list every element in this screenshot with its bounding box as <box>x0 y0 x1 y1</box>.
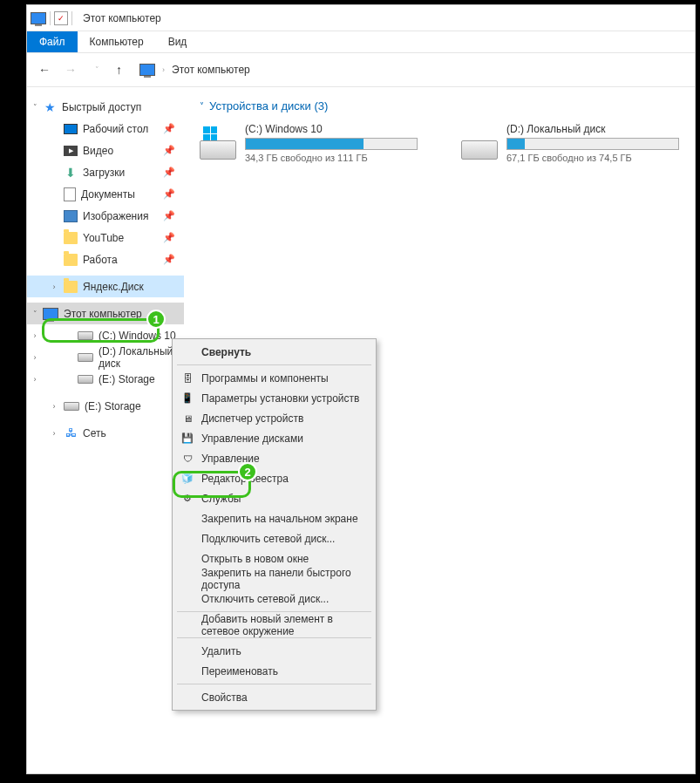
sidebar-item-drive-d[interactable]: › (D:) Локальный диск <box>27 346 184 368</box>
pin-icon: 📌 <box>163 167 175 178</box>
ctx-map-drive[interactable]: Подключить сетевой диск... <box>175 528 373 548</box>
sidebar-item-documents[interactable]: Документы 📌 <box>27 183 184 205</box>
gear-icon: ⚙ <box>180 492 194 506</box>
nav-recent-dropdown[interactable]: ˅ <box>90 65 104 74</box>
drive-name: (C:) Windows 10 <box>245 123 418 135</box>
drive-free-text: 34,3 ГБ свободно из 111 ГБ <box>245 153 418 163</box>
drive-free-text: 67,1 ГБ свободно из 74,5 ГБ <box>506 153 679 163</box>
network-icon: 🖧 <box>64 426 78 440</box>
chevron-right-icon[interactable]: › <box>50 283 58 291</box>
ctx-services[interactable]: ⚙Службы <box>175 488 373 508</box>
drive-name: (D:) Локальный диск <box>506 123 679 135</box>
sidebar-item-pictures[interactable]: Изображения 📌 <box>27 205 184 227</box>
documents-icon <box>64 187 76 201</box>
desktop-icon <box>64 124 78 134</box>
ctx-delete[interactable]: Удалить <box>175 641 373 661</box>
ctx-properties[interactable]: Свойства <box>175 687 373 707</box>
ctx-pin-quick[interactable]: Закрепить на панели быстрого доступа <box>175 569 373 589</box>
section-header-devices[interactable]: ˅ Устройства и диски (3) <box>200 99 679 112</box>
drive-icon <box>461 123 498 160</box>
sidebar-item-quick-access[interactable]: ˅ ★ Быстрый доступ <box>27 96 184 118</box>
sidebar-item-desktop[interactable]: Рабочий стол 📌 <box>27 118 184 140</box>
drive-icon <box>200 123 236 160</box>
chevron-right-icon[interactable]: › <box>31 375 39 384</box>
chevron-down-icon[interactable]: ˅ <box>31 310 39 318</box>
chevron-right-icon[interactable]: › <box>50 429 58 438</box>
pictures-icon <box>64 210 78 222</box>
ctx-rename[interactable]: Переименовать <box>175 661 373 681</box>
annotation-badge-2: 2 <box>238 462 257 481</box>
video-icon: ▶ <box>64 146 78 156</box>
ctx-management[interactable]: 🛡Управление <box>175 448 373 468</box>
ctx-disk-mgmt[interactable]: 💾Управление дисками <box>175 428 373 448</box>
tab-file[interactable]: Файл <box>27 31 78 52</box>
sidebar-item-drive-e-second[interactable]: › (E:) Storage <box>27 395 184 417</box>
device-mgr-icon: 🖥 <box>180 412 194 426</box>
address-location: Этот компьютер <box>172 64 250 76</box>
sidebar-item-drive-e[interactable]: › (E:) Storage <box>27 368 184 390</box>
nav-back-button[interactable]: ← <box>37 63 51 77</box>
ribbon-tabs: Файл Компьютер Вид <box>27 31 695 52</box>
tab-view[interactable]: Вид <box>156 31 200 52</box>
navigation-pane: ˅ ★ Быстрый доступ Рабочий стол 📌 ▶ Виде… <box>27 87 184 773</box>
chevron-down-icon[interactable]: ˅ <box>31 103 39 112</box>
drive-icon <box>78 353 93 362</box>
chevron-down-icon: ˅ <box>200 101 204 111</box>
window-title: Этот компьютер <box>83 12 161 24</box>
ctx-add-network[interactable]: Добавить новый элемент в сетевое окружен… <box>175 615 373 635</box>
pin-icon: 📌 <box>163 145 175 156</box>
nav-up-button[interactable]: ↑ <box>116 63 122 77</box>
pin-icon: 📌 <box>163 123 175 134</box>
sidebar-item-network[interactable]: › 🖧 Сеть <box>27 422 184 444</box>
drive-info: (C:) Windows 10 34,3 ГБ свободно из 111 … <box>245 123 418 163</box>
drive-icon <box>78 375 93 384</box>
pin-icon: 📌 <box>163 210 175 221</box>
drive-item-d[interactable]: (D:) Локальный диск 67,1 ГБ свободно из … <box>461 123 679 163</box>
download-icon: ⬇ <box>64 166 78 180</box>
ctx-disconnect-drive[interactable]: Отключить сетевой диск... <box>175 589 373 609</box>
qat-properties-icon[interactable]: ✓ <box>54 11 68 25</box>
pin-icon: 📌 <box>163 232 175 243</box>
sidebar-item-youtube[interactable]: YouTube 📌 <box>27 227 184 249</box>
separator <box>71 11 72 25</box>
windows-logo-icon <box>203 126 217 140</box>
address-bar[interactable]: › Этот компьютер <box>134 60 684 79</box>
sidebar-item-yandex-disk[interactable]: › Яндекс.Диск <box>27 276 184 297</box>
chevron-right-icon[interactable]: › <box>50 402 58 411</box>
chevron-right-icon[interactable]: › <box>31 331 39 340</box>
device-icon: 📱 <box>180 392 194 405</box>
ctx-device-params[interactable]: 📱Параметры установки устройств <box>175 388 373 408</box>
pin-icon: 📌 <box>163 254 175 265</box>
sidebar-item-work[interactable]: Работа 📌 <box>27 249 184 270</box>
ctx-device-mgr[interactable]: 🖥Диспетчер устройств <box>175 408 373 428</box>
regedit-icon: 🧊 <box>180 472 194 486</box>
ctx-collapse[interactable]: Свернуть <box>175 342 373 362</box>
sidebar-item-video[interactable]: ▶ Видео 📌 <box>27 140 184 161</box>
tab-computer[interactable]: Компьютер <box>78 31 156 52</box>
separator <box>50 11 51 25</box>
menu-separator <box>177 364 371 365</box>
titlebar: ✓ Этот компьютер <box>27 5 695 31</box>
drive-info: (D:) Локальный диск 67,1 ГБ свободно из … <box>506 123 679 163</box>
programs-icon: 🗄 <box>180 371 194 385</box>
pc-icon <box>139 64 155 76</box>
pc-icon <box>31 12 46 24</box>
star-icon: ★ <box>43 100 57 114</box>
shield-icon: 🛡 <box>180 452 194 466</box>
menu-separator <box>177 684 371 684</box>
ctx-programs[interactable]: 🗄Программы и компоненты <box>175 368 373 388</box>
drive-icon <box>64 402 79 411</box>
pc-icon <box>43 308 58 320</box>
ctx-pin-start[interactable]: Закрепить на начальном экране <box>175 508 373 528</box>
drive-item-c[interactable]: (C:) Windows 10 34,3 ГБ свободно из 111 … <box>200 123 418 163</box>
nav-forward-button[interactable]: → <box>64 63 78 77</box>
folder-icon <box>64 254 78 266</box>
sidebar-item-downloads[interactable]: ⬇ Загрузки 📌 <box>27 161 184 183</box>
quick-access-toolbar: ✓ <box>31 11 72 25</box>
folder-icon <box>64 232 78 244</box>
chevron-right-icon[interactable]: › <box>31 353 39 362</box>
ctx-regedit[interactable]: 🧊Редактор реестра <box>175 468 373 488</box>
folder-icon <box>64 281 78 293</box>
context-menu: Свернуть 🗄Программы и компоненты 📱Параме… <box>172 338 377 711</box>
pin-icon: 📌 <box>163 188 175 200</box>
